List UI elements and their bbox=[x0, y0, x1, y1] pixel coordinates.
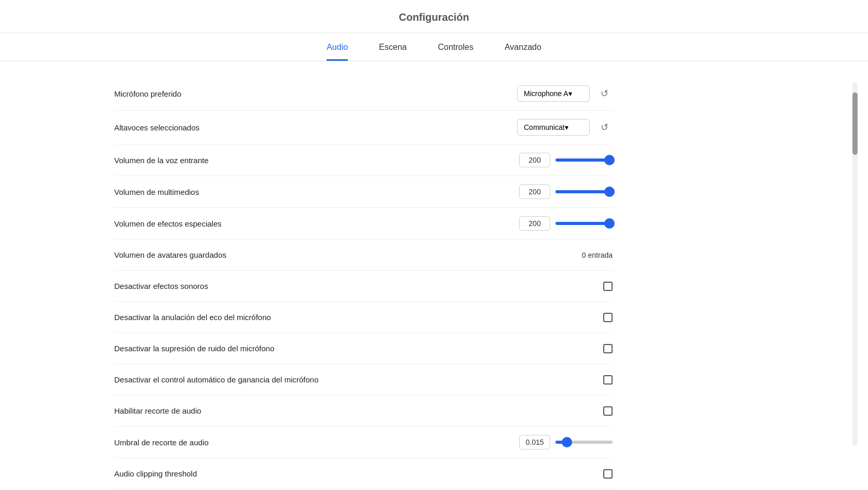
setting-row-disable-noise: Desactivar la supresión de ruido del mic… bbox=[114, 333, 613, 364]
control-disable-echo bbox=[603, 313, 613, 322]
selected-speakers-value: Communicat▾ bbox=[524, 123, 568, 131]
tab-audio[interactable]: Audio bbox=[327, 43, 348, 61]
incoming-voice-thumb[interactable] bbox=[604, 155, 615, 165]
saved-avatars-value: 0 entrada bbox=[582, 251, 613, 259]
clipping-threshold-slider[interactable] bbox=[555, 441, 613, 444]
setting-label-incoming-voice: Volumen de la voz entrante bbox=[114, 156, 519, 165]
setting-label-media-volume: Volumen de multimedios bbox=[114, 188, 519, 196]
setting-row-disable-echo: Desactivar la anulación del eco del micr… bbox=[114, 302, 613, 333]
tab-controls[interactable]: Controles bbox=[438, 43, 473, 61]
scrollbar-thumb[interactable] bbox=[852, 92, 858, 155]
setting-row-incoming-voice: Volumen de la voz entrante 200 bbox=[114, 144, 613, 176]
preferred-mic-value: Microphone A▾ bbox=[524, 89, 572, 98]
setting-label-enable-clipping: Habilitar recorte de audio bbox=[114, 406, 603, 415]
setting-row-saved-avatars: Volumen de avatares guardados 0 entrada bbox=[114, 240, 613, 271]
control-incoming-voice: 200 bbox=[519, 153, 613, 167]
setting-row-disable-agc: Desactivar el control automático de gana… bbox=[114, 364, 613, 395]
disable-echo-checkbox[interactable] bbox=[603, 313, 613, 322]
setting-row-sfx-volume: Volumen de efectos especiales 200 bbox=[114, 208, 613, 240]
setting-label-audio-clipping-threshold-en: Audio clipping threshold bbox=[114, 469, 603, 478]
control-disable-sfx bbox=[603, 282, 613, 291]
media-volume-slider[interactable] bbox=[555, 190, 613, 193]
disable-noise-checkbox[interactable] bbox=[603, 344, 613, 353]
selected-speakers-reset[interactable]: ↺ bbox=[596, 119, 613, 136]
enable-clipping-checkbox[interactable] bbox=[603, 406, 613, 416]
setting-label-disable-noise: Desactivar la supresión de ruido del mic… bbox=[114, 344, 603, 353]
disable-agc-checkbox[interactable] bbox=[603, 375, 613, 385]
sfx-volume-slider[interactable] bbox=[555, 222, 613, 225]
setting-label-sfx-volume: Volumen de efectos especiales bbox=[114, 219, 519, 228]
setting-row-enable-clipping: Habilitar recorte de audio bbox=[114, 395, 613, 427]
control-clipping-threshold: 0.015 bbox=[519, 435, 613, 449]
control-sfx-volume: 200 bbox=[519, 216, 613, 231]
clipping-threshold-thumb[interactable] bbox=[562, 437, 572, 447]
setting-label-disable-echo: Desactivar la anulación del eco del micr… bbox=[114, 313, 603, 322]
tabs-bar: Audio Escena Controles Avanzado bbox=[0, 33, 868, 61]
control-media-volume: 200 bbox=[519, 184, 613, 199]
disable-sfx-checkbox[interactable] bbox=[603, 282, 613, 291]
control-disable-agc bbox=[603, 375, 613, 385]
setting-row-selected-speakers: Altavoces seleccionados Communicat▾ ↺ bbox=[114, 111, 613, 144]
setting-row-preferred-mic: Micrófono preferido Microphone A▾ ↺ bbox=[114, 77, 613, 111]
control-saved-avatars: 0 entrada bbox=[582, 251, 613, 259]
setting-label-clipping-threshold: Umbral de recorte de audio bbox=[114, 438, 519, 447]
tab-advanced[interactable]: Avanzado bbox=[505, 43, 541, 61]
media-volume-value: 200 bbox=[519, 184, 550, 199]
sfx-volume-thumb[interactable] bbox=[604, 218, 615, 229]
selected-speakers-dropdown[interactable]: Communicat▾ bbox=[517, 119, 590, 136]
setting-row-disable-sfx: Desactivar efectos sonoros bbox=[114, 271, 613, 302]
setting-row-audio-clipping-threshold-en: Audio clipping threshold bbox=[114, 458, 613, 489]
setting-label-disable-sfx: Desactivar efectos sonoros bbox=[114, 282, 603, 290]
control-preferred-mic: Microphone A▾ ↺ bbox=[517, 85, 613, 102]
setting-row-media-volume: Volumen de multimedios 200 bbox=[114, 176, 613, 208]
setting-label-preferred-mic: Micrófono preferido bbox=[114, 89, 517, 98]
scrollbar[interactable] bbox=[852, 82, 858, 446]
settings-panel: Micrófono preferido Microphone A▾ ↺ Alta… bbox=[31, 77, 654, 490]
page-title: Configuración bbox=[0, 0, 868, 33]
control-audio-clipping-threshold-en bbox=[603, 469, 613, 479]
tab-scene[interactable]: Escena bbox=[379, 43, 406, 61]
sfx-volume-value: 200 bbox=[519, 216, 550, 231]
setting-label-disable-agc: Desactivar el control automático de gana… bbox=[114, 375, 603, 384]
control-enable-clipping bbox=[603, 406, 613, 416]
preferred-mic-dropdown[interactable]: Microphone A▾ bbox=[517, 85, 590, 102]
setting-row-clipping-threshold: Umbral de recorte de audio 0.015 bbox=[114, 427, 613, 458]
control-selected-speakers: Communicat▾ ↺ bbox=[517, 119, 613, 136]
setting-label-saved-avatars: Volumen de avatares guardados bbox=[114, 250, 582, 259]
preferred-mic-reset[interactable]: ↺ bbox=[596, 85, 613, 102]
media-volume-thumb[interactable] bbox=[604, 187, 615, 197]
incoming-voice-value: 200 bbox=[519, 153, 550, 167]
control-disable-noise bbox=[603, 344, 613, 353]
setting-label-selected-speakers: Altavoces seleccionados bbox=[114, 123, 517, 132]
incoming-voice-slider[interactable] bbox=[555, 158, 613, 162]
audio-clipping-threshold-checkbox[interactable] bbox=[603, 469, 613, 479]
clipping-threshold-value: 0.015 bbox=[519, 435, 550, 449]
